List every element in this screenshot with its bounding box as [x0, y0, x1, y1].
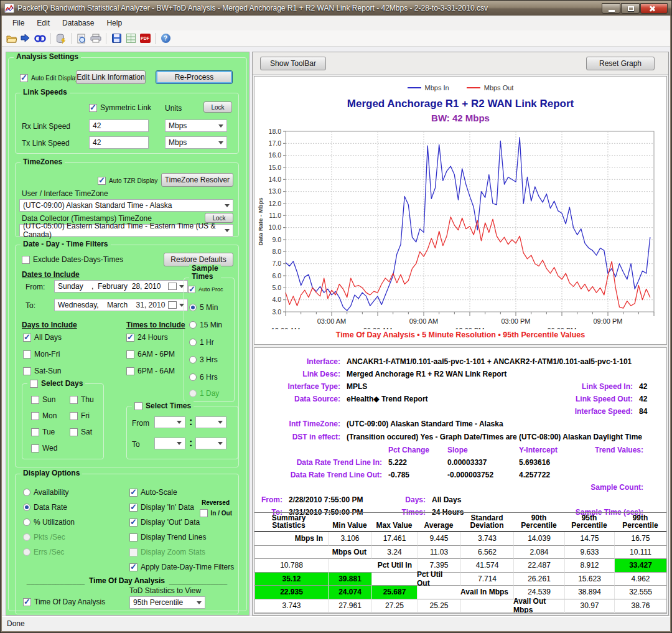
sample-3hrs-radio[interactable]: 3 Hrs — [189, 355, 218, 364]
summary-header-cell: Average — [417, 512, 460, 532]
chevron-down-icon — [218, 141, 223, 144]
summary-header-cell: Standard Deviation — [460, 512, 513, 532]
auto-tzr-checkbox[interactable]: Auto TZR Display — [98, 177, 157, 185]
display-trend-lines-checkbox[interactable]: Display Trend Lines — [129, 533, 206, 542]
reversed-inout-checkbox[interactable]: In / Out — [200, 509, 232, 517]
summary-cell: 26.261 — [513, 573, 564, 586]
sat-checkbox[interactable]: Sat — [70, 428, 92, 436]
chevron-down-icon — [197, 601, 202, 604]
database-export-icon[interactable] — [55, 32, 67, 45]
interface-type-row: Interface Type:MPLS Link Speed In:42Mbps — [254, 380, 666, 393]
apply-filters-checkbox[interactable]: Apply Date-Day-Time Filters — [129, 563, 234, 571]
24-hours-checkbox[interactable]: 24 Hours — [126, 333, 168, 342]
user-tz-label: User / Interface TimeZone — [22, 189, 108, 198]
menu-help[interactable]: Help — [101, 17, 128, 29]
x-tick-label: 09:00 PM — [593, 317, 622, 325]
x-tick-label: 12:00 PM — [455, 327, 484, 329]
sample-times-title: SampleTimes — [189, 265, 221, 280]
re-process-button[interactable]: Re-Process — [156, 70, 233, 84]
menu-edit[interactable]: Edit — [31, 17, 55, 29]
menu-database[interactable]: Database — [57, 17, 100, 29]
trend-header-row: Pct Change Slope Y-Intercept Trend Value… — [254, 444, 666, 456]
sun-checkbox[interactable]: Sun — [31, 395, 55, 404]
rx-link-speed-input[interactable]: 42 — [89, 120, 149, 132]
tod-analysis-checkbox[interactable]: Time Of Day Analysis — [23, 598, 105, 606]
legend-mbps-out: Mbps Out — [467, 84, 514, 91]
user-tz-select[interactable]: (UTC-09:00) Alaskan Standard Time - Alas… — [19, 199, 233, 212]
maximize-button[interactable] — [621, 3, 640, 14]
select-days-checkbox[interactable]: Select Days — [27, 379, 85, 388]
thu-checkbox[interactable]: Thu — [70, 395, 94, 404]
summary-cell: 9.445 — [417, 532, 460, 546]
merge-arrow-icon[interactable] — [20, 32, 32, 45]
print-preview-icon[interactable] — [75, 32, 88, 45]
sample-5min-radio[interactable]: 5 Min — [189, 303, 218, 312]
auto-proc-checkbox[interactable]: Auto Proc — [188, 286, 223, 293]
sample-6hrs-radio[interactable]: 6 Hrs — [189, 373, 218, 382]
help-icon[interactable]: ? — [159, 32, 172, 45]
show-toolbar-button[interactable]: Show ToolBar — [260, 57, 326, 70]
all-days-checkbox[interactable]: All Days — [23, 333, 62, 342]
exclude-dates-checkbox[interactable]: Exclude Dates-Days-Times — [22, 255, 123, 264]
main-content: Analysis Settings Auto Edit Display Edit… — [2, 47, 670, 614]
summary-cell: 8.912 — [564, 559, 614, 573]
save-icon[interactable] — [110, 32, 123, 45]
auto-edit-display-box[interactable] — [20, 74, 28, 82]
summary-cell: 38.894 — [564, 586, 614, 599]
units-lock-button[interactable]: Lock — [203, 101, 232, 113]
edit-link-information-button[interactable]: Edit Link Information — [76, 70, 146, 84]
symmetric-link-checkbox[interactable]: Symmetric Link — [89, 103, 151, 112]
summary-cell: 38.76 — [614, 599, 666, 613]
minimize-button[interactable] — [602, 3, 620, 14]
tod-chart-plot[interactable]: 3.04.05.06.07.08.09.010.011.012.013.014.… — [256, 128, 666, 329]
auto-scale-checkbox[interactable]: Auto-Scale — [129, 488, 177, 497]
6pm-6am-checkbox[interactable]: 6PM - 6AM — [126, 367, 175, 375]
close-button[interactable] — [640, 3, 668, 14]
fri-checkbox[interactable]: Fri — [70, 411, 90, 420]
utilization-radio[interactable]: % Utilization — [23, 518, 75, 527]
tod-statistics-label: ToD Statistics to View — [129, 586, 201, 595]
summary-header-cell: 95th Percentile — [564, 512, 614, 532]
mon-checkbox[interactable]: Mon — [31, 411, 57, 420]
data-rate-radio[interactable]: Data Rate — [23, 503, 67, 512]
open-file-icon[interactable] — [6, 32, 18, 45]
sample-15min-radio[interactable]: 15 Min — [189, 321, 222, 329]
from-date-picker[interactable]: Sunday , February 28, 2010 — [54, 280, 188, 293]
summary-cell: 4.962 — [614, 573, 666, 586]
export-excel-icon[interactable] — [124, 32, 137, 45]
availability-radio[interactable]: Availability — [23, 488, 68, 497]
wed-checkbox[interactable]: Wed — [31, 444, 57, 452]
display-out-data-checkbox[interactable]: Display 'Out' Data — [129, 518, 200, 527]
auto-edit-display-checkbox[interactable]: Auto Edit Display — [20, 74, 78, 82]
6am-6pm-checkbox[interactable]: 6AM - 6PM — [126, 350, 175, 359]
summary-cell: 3.106 — [328, 532, 371, 546]
summary-cell: 14.039 — [513, 532, 564, 546]
sample-1hr-radio[interactable]: 1 Hr — [189, 338, 214, 347]
y-tick-label: 4.0 — [272, 296, 281, 303]
summary-cell: 22.935 — [254, 586, 328, 599]
menu-file[interactable]: File — [7, 17, 30, 29]
export-pdf-icon[interactable]: PDF — [139, 32, 151, 45]
timezone-resolver-button[interactable]: TimeZone Resolver — [161, 173, 233, 187]
from-hour-select[interactable] — [154, 416, 185, 428]
to-date-picker[interactable]: Wednesday, March 31, 2010 — [54, 299, 188, 311]
to-minute-select[interactable] — [195, 438, 226, 449]
rx-units-select[interactable]: Mbps — [165, 120, 227, 132]
to-hour-select[interactable] — [154, 438, 185, 449]
tx-link-speed-input[interactable]: 42 — [89, 136, 149, 149]
status-bar: Done — [2, 616, 670, 631]
reset-graph-button[interactable]: Reset Graph — [586, 57, 655, 70]
from-minute-select[interactable] — [195, 416, 226, 428]
select-times-checkbox[interactable]: Select Times — [132, 401, 194, 410]
collector-tz-select[interactable]: (UTC-05:00) Eastern Standard Time - East… — [19, 224, 233, 237]
tx-units-select[interactable]: Mbps — [165, 136, 227, 149]
units-label: Units — [165, 104, 182, 113]
mon-fri-checkbox[interactable]: Mon-Fri — [23, 350, 60, 359]
tod-statistics-select[interactable]: 95th Percentile — [129, 596, 205, 609]
print-icon[interactable] — [90, 32, 102, 45]
sat-sun-checkbox[interactable]: Sat-Sun — [23, 367, 61, 375]
link-chain-icon[interactable] — [34, 32, 47, 45]
summary-cell: 25.25 — [417, 599, 460, 613]
display-in-data-checkbox[interactable]: Display 'In' Data — [129, 503, 194, 512]
tue-checkbox[interactable]: Tue — [31, 428, 55, 436]
